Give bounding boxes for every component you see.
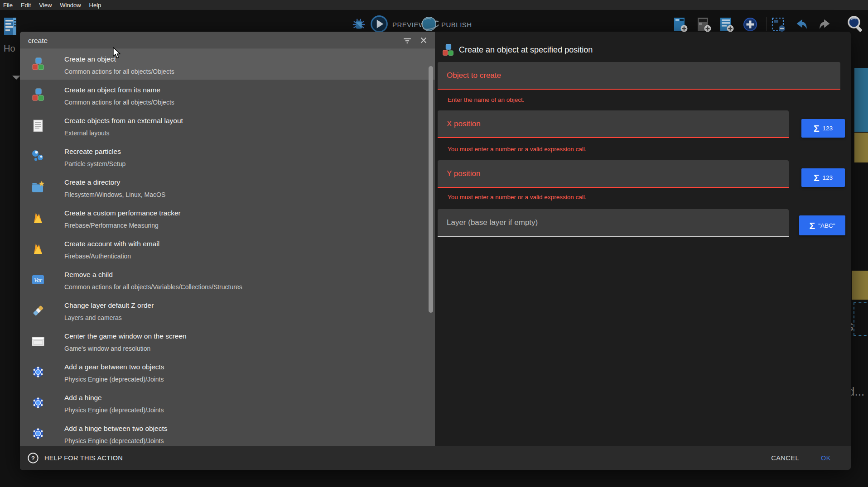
filter-icon[interactable]: [402, 35, 412, 45]
list-item[interactable]: Add a hinge Physics Engine (deprecated)/…: [20, 387, 435, 418]
cancel-button[interactable]: CANCEL: [771, 454, 799, 462]
action-title: Remove a child: [64, 270, 421, 280]
physics-joint-icon: [31, 426, 45, 441]
debug-icon[interactable]: [352, 17, 366, 33]
action-parameters-panel: Create an object at specified position E…: [435, 32, 851, 470]
help-for-this-action-button[interactable]: ? HELP FOR THIS ACTION: [27, 452, 123, 464]
object-helper-text: Enter the name of an object.: [448, 96, 525, 103]
scrollbar-thumb[interactable]: [429, 66, 433, 313]
layer-field[interactable]: [438, 209, 789, 237]
menu-file[interactable]: File: [3, 2, 13, 9]
ok-button[interactable]: OK: [821, 454, 831, 462]
action-title: Create a directory: [64, 177, 421, 187]
layer-expression-button[interactable]: Σ "ABC": [799, 215, 845, 235]
publish-button[interactable]: PUBLISH: [441, 20, 472, 29]
background-panel-fragment: [854, 133, 868, 162]
action-search-panel: Create an object Common actions for all …: [20, 32, 435, 470]
physics-joint-icon: [31, 365, 45, 379]
list-item[interactable]: Create a custom performance tracker Fire…: [20, 203, 435, 234]
firebase-icon: [31, 242, 45, 256]
variable-icon: Var: [31, 272, 45, 287]
action-subtitle: Physics Engine (deprecated)/Joints: [64, 436, 421, 446]
list-item[interactable]: Create a directory Filesystem/Windows, L…: [20, 172, 435, 203]
layer-expression-button-label: "ABC": [818, 222, 835, 229]
action-subtitle: Common actions for all objects/Variables…: [64, 282, 421, 292]
cubes-icon: [31, 57, 45, 72]
window-icon: [31, 334, 45, 349]
list-item[interactable]: Var Remove a child Common actions for al…: [20, 264, 435, 295]
x-position-input[interactable]: [438, 110, 789, 137]
search-bar: [20, 32, 435, 49]
action-subtitle: Layers and cameras: [64, 313, 421, 323]
project-manager-icon[interactable]: [3, 16, 19, 38]
action-title: Add a hinge: [64, 393, 421, 403]
background-selection-fragment: [854, 302, 868, 336]
background-panel-fragment: [854, 68, 868, 132]
layer-input[interactable]: [438, 209, 789, 236]
object-to-create-input[interactable]: [438, 62, 840, 89]
sigma-icon: Σ: [814, 173, 820, 182]
action-title: Center the game window on the screen: [64, 331, 421, 341]
help-label: HELP FOR THIS ACTION: [44, 454, 123, 462]
action-subtitle: Particle system/Setup: [64, 159, 421, 169]
x-error-text: You must enter a number or a valid expre…: [448, 146, 586, 153]
background-panel-fragment: [852, 271, 868, 300]
list-item[interactable]: Center the game window on the screen Gam…: [20, 326, 435, 357]
firebase-icon: [31, 211, 45, 225]
dialog-title-icon cubes-icon: [441, 43, 455, 57]
action-title: Create account with with email: [64, 239, 421, 249]
list-item[interactable]: Add a gear between two objects Physics E…: [20, 357, 435, 387]
list-item[interactable]: Create an object from its name Common ac…: [20, 80, 435, 110]
toolbar-separator: [842, 17, 842, 31]
action-title: Add a gear between two objects: [64, 362, 421, 372]
physics-joint-icon: [31, 396, 45, 410]
menu-window[interactable]: Window: [60, 2, 81, 9]
instruction-editor-dialog: Create an object Common actions for all …: [20, 32, 851, 470]
action-subtitle: Physics Engine (deprecated)/Joints: [64, 405, 421, 415]
action-title: Add a hinge between two objects: [64, 424, 421, 434]
list-item[interactable]: Create an object Common actions for all …: [20, 49, 435, 80]
help-circle-icon: ?: [27, 452, 39, 464]
dialog-title: Create an object at specified position: [459, 45, 593, 55]
svg-text:Var: Var: [34, 277, 43, 283]
object-to-create-field[interactable]: [438, 62, 840, 90]
cubes-icon: [31, 88, 45, 102]
menu-view[interactable]: View: [39, 2, 52, 9]
dialog-footer: ? HELP FOR THIS ACTION CANCEL OK: [20, 446, 851, 470]
y-expression-button-label: 123: [823, 174, 833, 181]
close-icon[interactable]: [419, 35, 429, 45]
action-title: Change layer default Z order: [64, 301, 421, 310]
list-item[interactable]: Add a hinge between two objects Physics …: [20, 418, 435, 446]
action-title: Create an object from its name: [64, 85, 421, 95]
action-subtitle: Game's window and resolution: [64, 344, 421, 353]
menu-edit[interactable]: Edit: [21, 2, 31, 9]
y-position-input[interactable]: [438, 160, 789, 187]
list-item[interactable]: Create account with with email Firebase/…: [20, 234, 435, 264]
results-list: Create an object Common actions for all …: [20, 49, 435, 446]
menu-help[interactable]: Help: [89, 2, 101, 9]
x-expression-button[interactable]: Σ 123: [801, 119, 845, 138]
sigma-icon: Σ: [814, 124, 820, 133]
action-subtitle: Firebase/Performance Measuring: [64, 220, 421, 230]
x-position-field[interactable]: [438, 110, 789, 138]
list-item[interactable]: Create objects from an external layout E…: [20, 110, 435, 141]
x-expression-button-label: 123: [823, 125, 833, 132]
action-subtitle: Physics Engine (deprecated)/Joints: [64, 374, 421, 384]
search-input[interactable]: [20, 32, 319, 49]
app-window: FileEditViewWindowHelp PREVIEW PUBLISH H…: [0, 0, 868, 487]
y-position-field[interactable]: [438, 160, 789, 188]
action-subtitle: Filesystem/Windows, Linux, MacOS: [64, 190, 421, 200]
action-subtitle: Firebase/Authentication: [64, 251, 421, 261]
chevron-down-icon[interactable]: [12, 76, 20, 80]
particles-icon: [31, 149, 45, 164]
action-title: Create objects from an external layout: [64, 116, 421, 126]
y-expression-button[interactable]: Σ 123: [801, 168, 845, 187]
home-tab-partial[interactable]: Ho: [4, 43, 15, 54]
action-subtitle: Common actions for all objects/Objects: [64, 97, 421, 107]
list-item[interactable]: Recreate particles Particle system/Setup: [20, 141, 435, 172]
action-title: Recreate particles: [64, 147, 421, 157]
folder-star-icon: [31, 180, 45, 195]
list-item[interactable]: Change layer default Z order Layers and …: [20, 295, 435, 326]
layout-document-icon: [31, 119, 45, 133]
y-error-text: You must enter a number or a valid expre…: [448, 194, 586, 201]
